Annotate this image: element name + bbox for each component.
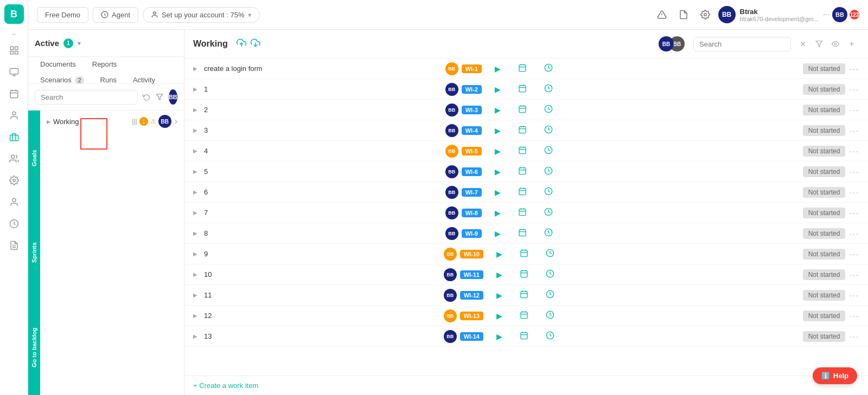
sidebar-item-user2[interactable]: [4, 192, 24, 212]
backlog-tab[interactable]: Go to backlog: [28, 300, 40, 395]
row-more-btn[interactable]: ···: [850, 332, 859, 341]
sprint-item-working[interactable]: ▶ Working ||| 1 ⚠ BB ›: [40, 111, 184, 132]
sidebar-item-person[interactable]: [4, 106, 24, 125]
row-clock-icon[interactable]: [544, 105, 553, 115]
row-expand-icon[interactable]: ▶: [193, 313, 202, 319]
row-badge[interactable]: WI-11: [460, 270, 483, 279]
row-clock-icon[interactable]: [546, 290, 554, 301]
row-avatar[interactable]: BB: [445, 124, 458, 137]
row-expand-icon[interactable]: ▶: [193, 210, 202, 216]
row-more-btn[interactable]: ···: [850, 209, 859, 217]
row-calendar-icon[interactable]: [518, 228, 527, 239]
row-expand-icon[interactable]: ▶: [193, 169, 202, 174]
row-more-btn[interactable]: ···: [850, 270, 859, 279]
row-badge[interactable]: WI-2: [462, 85, 482, 94]
row-badge[interactable]: WI-13: [460, 312, 483, 320]
nav-item-reports[interactable]: Reports: [85, 57, 125, 72]
row-avatar[interactable]: BB: [445, 206, 458, 219]
row-calendar-icon[interactable]: [518, 208, 527, 218]
row-clock-icon[interactable]: [544, 187, 553, 198]
row-avatar[interactable]: BB: [445, 186, 458, 199]
row-play-icon[interactable]: ▶: [496, 332, 502, 341]
row-expand-icon[interactable]: ▶: [193, 333, 202, 339]
sprints-tab[interactable]: Sprints: [28, 205, 40, 300]
row-play-icon[interactable]: ▶: [496, 291, 502, 300]
row-expand-icon[interactable]: ▶: [193, 189, 202, 195]
row-calendar-icon[interactable]: [518, 63, 527, 74]
upload-icon[interactable]: [237, 38, 246, 50]
row-badge[interactable]: WI-10: [460, 250, 483, 258]
user-avatar[interactable]: BB: [718, 6, 736, 23]
row-play-icon[interactable]: ▶: [496, 270, 502, 279]
row-badge[interactable]: WI-5: [462, 147, 482, 156]
row-expand-icon[interactable]: ▶: [193, 292, 202, 298]
row-clock-icon[interactable]: [544, 166, 553, 177]
row-avatar[interactable]: BB: [444, 268, 457, 281]
create-work-item-btn[interactable]: + Create a work item: [184, 375, 868, 395]
row-clock-icon[interactable]: [544, 208, 553, 218]
row-more-btn[interactable]: ···: [850, 229, 859, 238]
gear-icon-btn[interactable]: [697, 6, 714, 23]
working-search-input[interactable]: [693, 37, 791, 51]
row-more-btn[interactable]: ···: [850, 188, 859, 197]
row-expand-icon[interactable]: ▶: [193, 127, 202, 133]
undo-icon-btn[interactable]: [142, 89, 151, 105]
sidebar-item-monitor[interactable]: [4, 62, 24, 82]
row-badge[interactable]: WI-3: [462, 106, 482, 114]
filter-panel-icon-btn[interactable]: [155, 89, 164, 105]
sprint-expand-btn[interactable]: ›: [175, 116, 177, 126]
active-chevron-icon[interactable]: ▾: [78, 40, 81, 47]
sidebar-item-clock[interactable]: [4, 214, 24, 234]
row-clock-icon[interactable]: [546, 331, 554, 342]
row-avatar[interactable]: BB: [445, 62, 458, 75]
working-close-search-icon[interactable]: [795, 36, 810, 51]
row-badge[interactable]: WI-6: [462, 167, 482, 176]
row-avatar[interactable]: BB: [445, 83, 458, 96]
row-clock-icon[interactable]: [544, 84, 553, 95]
sidebar-item-settings[interactable]: [4, 171, 24, 190]
row-calendar-icon[interactable]: [520, 310, 528, 321]
row-calendar-icon[interactable]: [518, 105, 527, 115]
row-clock-icon[interactable]: [546, 249, 554, 260]
panel-user-avatar[interactable]: BB: [169, 89, 177, 105]
row-clock-icon[interactable]: [544, 63, 553, 74]
row-more-btn[interactable]: ···: [850, 147, 859, 156]
nav-item-documents[interactable]: Documents: [33, 57, 84, 72]
row-badge[interactable]: WI-1: [462, 64, 482, 73]
panel-search-input[interactable]: [35, 90, 138, 105]
row-more-btn[interactable]: ···: [850, 291, 859, 300]
row-badge[interactable]: WI-9: [462, 229, 482, 238]
more-options-btn[interactable]: ···: [823, 10, 830, 20]
row-more-btn[interactable]: ···: [850, 85, 859, 94]
row-play-icon[interactable]: ▶: [495, 188, 501, 197]
sidebar-item-calendar[interactable]: [4, 84, 24, 103]
row-play-icon[interactable]: ▶: [495, 106, 501, 114]
download-icon[interactable]: [251, 38, 260, 50]
row-badge[interactable]: WI-4: [462, 126, 482, 135]
row-more-btn[interactable]: ···: [850, 126, 859, 135]
row-play-icon[interactable]: ▶: [495, 229, 501, 238]
notification-count[interactable]: 123: [850, 10, 859, 20]
row-expand-icon[interactable]: ▶: [193, 107, 202, 113]
row-calendar-icon[interactable]: [520, 249, 528, 260]
row-clock-icon[interactable]: [546, 269, 554, 280]
row-more-btn[interactable]: ···: [850, 250, 859, 258]
help-button[interactable]: ℹ️ Help: [813, 367, 857, 384]
sidebar-item-report[interactable]: [4, 236, 24, 255]
row-play-icon[interactable]: ▶: [496, 312, 502, 320]
row-calendar-icon[interactable]: [518, 146, 527, 157]
row-more-btn[interactable]: ···: [850, 64, 859, 73]
row-play-icon[interactable]: ▶: [495, 147, 501, 156]
row-calendar-icon[interactable]: [518, 125, 527, 136]
row-avatar[interactable]: BB: [444, 289, 457, 302]
row-clock-icon[interactable]: [544, 228, 553, 239]
row-avatar[interactable]: BB: [445, 103, 458, 116]
setup-account-button[interactable]: Set up your account : 75% ▾: [143, 7, 259, 23]
row-badge[interactable]: WI-14: [460, 332, 483, 341]
row-calendar-icon[interactable]: [518, 187, 527, 198]
row-expand-icon[interactable]: ▶: [193, 271, 202, 277]
row-play-icon[interactable]: ▶: [495, 167, 501, 176]
user-badge-avatar[interactable]: BB: [832, 7, 847, 22]
goals-tab[interactable]: Goals: [28, 111, 40, 205]
row-avatar[interactable]: BB: [445, 145, 458, 158]
